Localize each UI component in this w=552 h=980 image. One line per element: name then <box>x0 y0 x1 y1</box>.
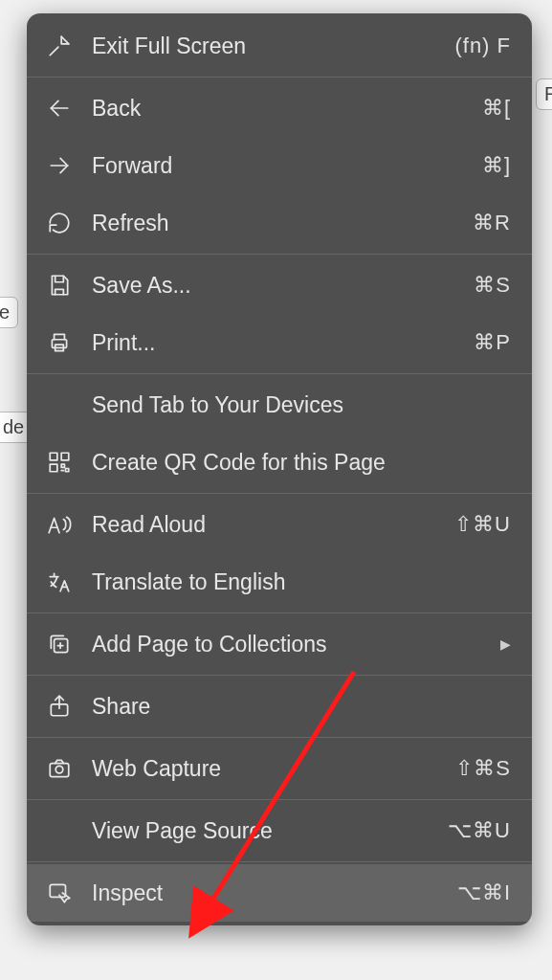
menu-item-back[interactable]: Back ⌘[ <box>27 79 532 137</box>
menu-item-label: Send Tab to Your Devices <box>92 392 511 418</box>
menu-item-label: Refresh <box>92 211 455 236</box>
blank-icon <box>44 815 75 846</box>
bg-fragment: e <box>0 297 18 328</box>
read-aloud-icon <box>44 509 75 540</box>
bg-fragment: RI <box>536 78 552 110</box>
submenu-arrow-icon: ▶ <box>500 636 511 652</box>
menu-item-label: Share <box>92 694 511 720</box>
menu-item-label: Save As... <box>92 273 456 299</box>
menu-item-send-tab[interactable]: Send Tab to Your Devices <box>27 376 532 434</box>
svg-rect-9 <box>50 884 65 897</box>
blank-icon <box>44 390 75 420</box>
menu-item-label: Inspect <box>92 880 440 906</box>
menu-item-label: Read Aloud <box>92 512 437 538</box>
menu-item-shortcut: ⌥⌘I <box>457 880 511 905</box>
menu-item-exit-full-screen[interactable]: Exit Full Screen (fn) F <box>27 17 532 75</box>
svg-rect-4 <box>50 464 57 472</box>
menu-item-share[interactable]: Share <box>27 678 532 735</box>
svg-rect-2 <box>50 453 57 460</box>
menu-separator <box>27 373 532 374</box>
menu-separator <box>27 254 532 255</box>
svg-rect-3 <box>61 453 69 460</box>
exit-fullscreen-icon <box>44 31 75 61</box>
menu-item-label: Forward <box>92 153 465 179</box>
menu-item-create-qr[interactable]: Create QR Code for this Page <box>27 434 532 491</box>
menu-item-save-as[interactable]: Save As... ⌘S <box>27 256 532 314</box>
svg-rect-0 <box>52 340 66 348</box>
menu-separator <box>27 675 532 676</box>
menu-separator <box>27 799 532 800</box>
menu-item-add-collections[interactable]: Add Page to Collections ▶ <box>27 615 532 673</box>
qr-code-icon <box>44 447 75 478</box>
menu-item-shortcut: ⇧⌘U <box>454 512 511 537</box>
menu-item-forward[interactable]: Forward ⌘] <box>27 137 532 194</box>
menu-item-label: Translate to English <box>92 569 511 595</box>
menu-item-translate[interactable]: Translate to English <box>27 553 532 611</box>
save-icon <box>44 270 75 301</box>
print-icon <box>44 327 75 358</box>
svg-point-8 <box>55 766 63 773</box>
forward-arrow-icon <box>44 150 75 181</box>
menu-separator <box>27 612 532 613</box>
menu-item-label: Exit Full Screen <box>92 33 437 59</box>
menu-item-web-capture[interactable]: Web Capture ⇧⌘S <box>27 740 532 797</box>
menu-item-shortcut: (fn) F <box>454 33 511 58</box>
menu-item-shortcut: ⇧⌘S <box>455 756 511 781</box>
context-menu: Exit Full Screen (fn) F Back ⌘[ Forward … <box>27 13 532 925</box>
menu-item-shortcut: ⌘[ <box>482 96 511 121</box>
menu-item-label: Back <box>92 96 465 122</box>
translate-icon <box>44 567 75 597</box>
refresh-icon <box>44 208 75 238</box>
collections-icon <box>44 629 75 659</box>
menu-item-label: Add Page to Collections <box>92 632 483 657</box>
menu-item-label: Web Capture <box>92 756 438 782</box>
menu-separator <box>27 493 532 494</box>
menu-item-label: Print... <box>92 330 456 356</box>
back-arrow-icon <box>44 93 75 123</box>
inspect-icon <box>44 878 75 908</box>
menu-item-shortcut: ⌘S <box>474 273 511 298</box>
menu-item-shortcut: ⌘] <box>482 153 511 178</box>
camera-icon <box>44 753 75 784</box>
menu-separator <box>27 77 532 78</box>
menu-item-label: View Page Source <box>92 818 431 844</box>
menu-item-refresh[interactable]: Refresh ⌘R <box>27 194 532 252</box>
menu-separator <box>27 861 532 862</box>
menu-item-view-source[interactable]: View Page Source ⌥⌘U <box>27 802 532 859</box>
menu-item-inspect[interactable]: Inspect ⌥⌘I <box>27 864 532 922</box>
menu-item-read-aloud[interactable]: Read Aloud ⇧⌘U <box>27 496 532 553</box>
menu-item-shortcut: ⌥⌘U <box>448 818 511 843</box>
menu-item-shortcut: ⌘R <box>473 211 511 235</box>
menu-item-shortcut: ⌘P <box>474 330 511 355</box>
menu-item-print[interactable]: Print... ⌘P <box>27 314 532 371</box>
share-icon <box>44 691 75 722</box>
menu-item-label: Create QR Code for this Page <box>92 450 511 476</box>
menu-separator <box>27 737 532 738</box>
